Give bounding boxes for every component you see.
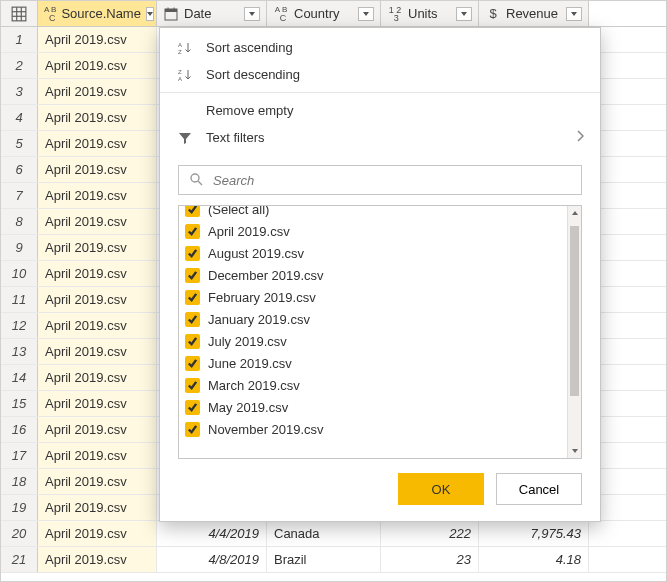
cell-source-name[interactable]: April 2019.csv [38,183,157,208]
cell-source-name[interactable]: April 2019.csv [38,469,157,494]
checkbox-checked-icon[interactable] [185,400,200,415]
cell-source-name[interactable]: April 2019.csv [38,313,157,338]
checkbox-checked-icon[interactable] [185,422,200,437]
search-input[interactable] [211,172,571,189]
chevron-down-icon [363,12,369,16]
row-number[interactable]: 15 [1,391,38,416]
cell-units[interactable]: 222 [381,521,479,546]
cell-units[interactable]: 23 [381,547,479,572]
cell-country[interactable]: Canada [267,521,381,546]
checkbox-checked-icon[interactable] [185,224,200,239]
row-number[interactable]: 5 [1,131,38,156]
column-filter-button[interactable] [146,7,154,21]
scrollbar[interactable] [567,206,581,458]
cell-date[interactable]: 4/8/2019 [157,547,267,572]
cell-source-name[interactable]: April 2019.csv [38,79,157,104]
checkbox-checked-icon[interactable] [185,378,200,393]
cell-source-name[interactable]: April 2019.csv [38,261,157,286]
cell-date[interactable]: 4/4/2019 [157,521,267,546]
filter-value-item[interactable]: February 2019.csv [185,286,561,308]
column-filter-button[interactable] [358,7,374,21]
cell-source-name[interactable]: April 2019.csv [38,209,157,234]
filter-value-item[interactable]: May 2019.csv [185,396,561,418]
column-header-units[interactable]: 1 2 3 Units [381,1,479,26]
row-number[interactable]: 10 [1,261,38,286]
scroll-up-icon[interactable] [568,206,581,220]
column-header-source-name[interactable]: A B C Source.Name [38,1,157,26]
filter-value-item[interactable]: November 2019.csv [185,418,561,440]
column-filter-button[interactable] [456,7,472,21]
filter-value-item[interactable]: August 2019.csv [185,242,561,264]
row-number[interactable]: 2 [1,53,38,78]
filter-value-item[interactable]: April 2019.csv [185,220,561,242]
sort-ascending[interactable]: AZ Sort ascending [160,34,600,61]
text-filters[interactable]: Text filters [160,124,600,151]
row-number[interactable]: 8 [1,209,38,234]
row-number[interactable]: 7 [1,183,38,208]
row-number[interactable]: 19 [1,495,38,520]
search-box[interactable] [178,165,582,195]
checkbox-checked-icon[interactable] [185,356,200,371]
cell-source-name[interactable]: April 2019.csv [38,105,157,130]
cell-source-name[interactable]: April 2019.csv [38,339,157,364]
remove-empty[interactable]: Remove empty [160,97,600,124]
row-number[interactable]: 18 [1,469,38,494]
filter-value-item[interactable]: July 2019.csv [185,330,561,352]
row-number[interactable]: 4 [1,105,38,130]
table-corner[interactable] [1,1,38,26]
cell-revenue[interactable]: 4.18 [479,547,589,572]
cell-source-name[interactable]: April 2019.csv [38,443,157,468]
row-number[interactable]: 20 [1,521,38,546]
row-number[interactable]: 14 [1,365,38,390]
row-number[interactable]: 1 [1,27,38,52]
row-number[interactable]: 17 [1,443,38,468]
checkbox-checked-icon[interactable] [185,290,200,305]
row-number[interactable]: 13 [1,339,38,364]
filter-value-item[interactable]: June 2019.csv [185,352,561,374]
cell-revenue[interactable]: 7,975.43 [479,521,589,546]
column-filter-button[interactable] [244,7,260,21]
cell-source-name[interactable]: April 2019.csv [38,53,157,78]
cell-source-name[interactable]: April 2019.csv [38,495,157,520]
checkbox-checked-icon[interactable] [185,246,200,261]
scroll-down-icon[interactable] [568,444,581,458]
ok-button[interactable]: OK [398,473,484,505]
row-number[interactable]: 12 [1,313,38,338]
cell-country[interactable]: Brazil [267,547,381,572]
column-header-date[interactable]: Date [157,1,267,26]
cell-source-name[interactable]: April 2019.csv [38,547,157,572]
column-filter-button[interactable] [566,7,582,21]
checkbox-checked-icon[interactable] [185,334,200,349]
filter-value-item[interactable]: January 2019.csv [185,308,561,330]
table-row[interactable]: 21April 2019.csv4/8/2019Brazil234.18 [1,547,666,573]
checkbox-checked-icon[interactable] [185,268,200,283]
filter-value-label: December 2019.csv [208,268,324,283]
table-row[interactable]: 20April 2019.csv4/4/2019Canada2227,975.4… [1,521,666,547]
cell-source-name[interactable]: April 2019.csv [38,287,157,312]
search-icon [189,172,203,189]
checkbox-checked-icon[interactable] [185,206,200,217]
filter-value-item[interactable]: December 2019.csv [185,264,561,286]
cell-source-name[interactable]: April 2019.csv [38,157,157,182]
scrollbar-thumb[interactable] [570,226,579,396]
cell-source-name[interactable]: April 2019.csv [38,131,157,156]
row-number[interactable]: 3 [1,79,38,104]
row-number[interactable]: 21 [1,547,38,572]
cancel-button[interactable]: Cancel [496,473,582,505]
cell-source-name[interactable]: April 2019.csv [38,391,157,416]
cell-source-name[interactable]: April 2019.csv [38,365,157,390]
row-number[interactable]: 9 [1,235,38,260]
cell-source-name[interactable]: April 2019.csv [38,417,157,442]
column-header-revenue[interactable]: $ Revenue [479,1,589,26]
cell-source-name[interactable]: April 2019.csv [38,27,157,52]
column-header-country[interactable]: A B C Country [267,1,381,26]
checkbox-checked-icon[interactable] [185,312,200,327]
row-number[interactable]: 11 [1,287,38,312]
row-number[interactable]: 6 [1,157,38,182]
filter-value-select-all[interactable]: (Select all) [185,206,561,220]
cell-source-name[interactable]: April 2019.csv [38,235,157,260]
filter-value-item[interactable]: March 2019.csv [185,374,561,396]
cell-source-name[interactable]: April 2019.csv [38,521,157,546]
sort-descending[interactable]: ZA Sort descending [160,61,600,88]
row-number[interactable]: 16 [1,417,38,442]
